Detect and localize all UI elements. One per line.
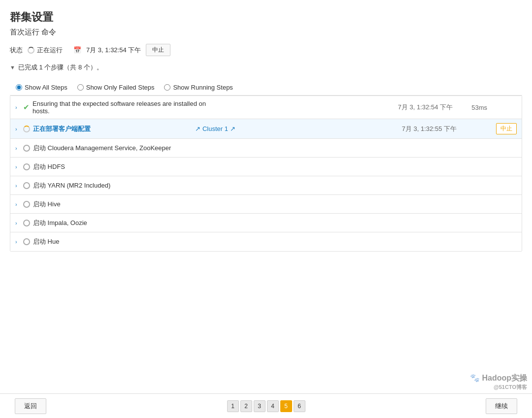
step-name[interactable]: 正在部署客户端配置 <box>33 125 185 133</box>
step-status-icon: ✔ <box>23 103 30 112</box>
step-name: 启动 Cloudera Management Service, ZooKeepe… <box>33 144 208 153</box>
continue-button[interactable]: 继续 <box>486 398 517 414</box>
filter-row: Show All Steps Show Only Failed Steps Sh… <box>10 80 522 96</box>
step-status-icon <box>23 163 30 170</box>
table-row: ›启动 Cloudera Management Service, ZooKeep… <box>10 139 522 158</box>
running-spinner-icon <box>28 47 34 54</box>
step-status-icon <box>23 220 30 226</box>
status-text: 正在运行 <box>37 46 63 55</box>
progress-text: 已完成 1 个步骤（共 8 个）。 <box>18 63 103 72</box>
expand-arrow-icon[interactable]: › <box>15 239 20 245</box>
step-name: 启动 HDFS <box>33 162 208 171</box>
table-row: ›启动 HDFS <box>10 158 522 176</box>
stop-button[interactable]: 中止 <box>146 44 170 56</box>
step-name: Ensuring that the expected software rele… <box>33 100 208 115</box>
external-link-icon2: ↗ <box>230 125 235 132</box>
calendar-icon: 📅 <box>73 46 81 54</box>
table-row: ›正在部署客户端配置↗ Cluster 1 ↗7月 3, 1:32:55 下午中… <box>10 119 522 139</box>
watermark: 🐾 Hadoop实操 @51CTO博客 <box>470 373 527 391</box>
status-label: 状态 <box>10 46 23 55</box>
step-time: 7月 3, 1:32:54 下午 <box>384 103 453 112</box>
expand-arrow-icon[interactable]: › <box>15 220 20 226</box>
page-number-1[interactable]: 1 <box>227 400 239 412</box>
filter-failed-label: Show Only Failed Steps <box>86 84 155 91</box>
page-number-6[interactable]: 6 <box>294 400 305 412</box>
filter-failed-option[interactable]: Show Only Failed Steps <box>77 84 155 91</box>
pending-icon <box>23 145 30 152</box>
filter-running-radio[interactable] <box>164 84 170 91</box>
step-name: 启动 Hive <box>33 200 208 209</box>
status-timestamp: 7月 3, 1:32:54 下午 <box>86 46 141 55</box>
pending-icon <box>23 182 30 189</box>
pending-icon <box>23 163 30 170</box>
bottom-bar: 返回 123456 继续 <box>0 393 532 418</box>
check-icon: ✔ <box>23 103 30 112</box>
pagination: 123456 <box>227 400 305 412</box>
filter-all-label: Show All Steps <box>25 84 67 91</box>
page-subtitle: 首次运行 命令 <box>10 28 522 37</box>
filter-running-label: Show Running Steps <box>173 84 233 91</box>
filter-running-option[interactable]: Show Running Steps <box>164 84 233 91</box>
page-number-2[interactable]: 2 <box>240 400 252 412</box>
status-running: 正在运行 <box>28 46 63 55</box>
step-status-icon <box>23 201 30 208</box>
step-time: 7月 3, 1:32:55 下午 <box>388 125 457 133</box>
expand-arrow-icon[interactable]: › <box>15 104 20 110</box>
table-row: ›启动 Hue <box>10 232 522 251</box>
step-status-icon <box>23 182 30 189</box>
step-name: 启动 Hue <box>33 237 208 246</box>
table-row: ›启动 Impala, Oozie <box>10 214 522 232</box>
page-title: 群集设置 <box>10 10 522 25</box>
page-container: 群集设置 首次运行 命令 状态 正在运行 📅 7月 3, 1:32:54 下午 … <box>0 0 532 291</box>
status-row: 状态 正在运行 📅 7月 3, 1:32:54 下午 中止 <box>10 44 522 56</box>
collapse-chevron-icon[interactable]: ▼ <box>10 64 15 70</box>
page-number-5[interactable]: 5 <box>280 400 292 412</box>
expand-arrow-icon[interactable]: › <box>15 183 20 189</box>
step-name: 启动 YARN (MR2 Included) <box>33 181 208 190</box>
table-row: ›✔Ensuring that the expected software re… <box>10 96 522 119</box>
step-spinner-icon <box>23 126 30 132</box>
steps-container: ›✔Ensuring that the expected software re… <box>10 96 522 252</box>
filter-all-option[interactable]: Show All Steps <box>16 84 67 91</box>
expand-arrow-icon[interactable]: › <box>15 164 20 170</box>
back-button[interactable]: 返回 <box>15 398 46 414</box>
progress-row: ▼ 已完成 1 个步骤（共 8 个）。 <box>10 63 522 72</box>
cluster-link[interactable]: ↗ Cluster 1 ↗ <box>195 125 235 132</box>
expand-arrow-icon[interactable]: › <box>15 201 20 207</box>
step-status-icon <box>23 238 30 245</box>
step-status-icon <box>23 126 30 132</box>
pending-icon <box>23 220 30 226</box>
table-row: ›启动 YARN (MR2 Included) <box>10 176 522 195</box>
expand-arrow-icon[interactable]: › <box>15 145 20 151</box>
pending-icon <box>23 201 30 208</box>
page-number-3[interactable]: 3 <box>254 400 266 412</box>
pending-icon <box>23 238 30 245</box>
step-status-icon <box>23 145 30 152</box>
expand-arrow-icon[interactable]: › <box>15 126 20 132</box>
filter-all-radio[interactable] <box>16 84 22 91</box>
watermark-icon: 🐾 <box>470 374 480 382</box>
table-row: ›启动 Hive <box>10 195 522 214</box>
watermark-sub: @51CTO博客 <box>470 384 527 391</box>
filter-failed-radio[interactable] <box>77 84 84 91</box>
watermark-title: Hadoop实操 <box>482 374 527 382</box>
step-name: 启动 Impala, Oozie <box>33 219 208 227</box>
step-duration: 53ms <box>463 104 487 111</box>
step-stop-button[interactable]: 中止 <box>496 123 517 134</box>
external-link-icon: ↗ <box>195 125 200 132</box>
page-number-4[interactable]: 4 <box>267 400 279 412</box>
